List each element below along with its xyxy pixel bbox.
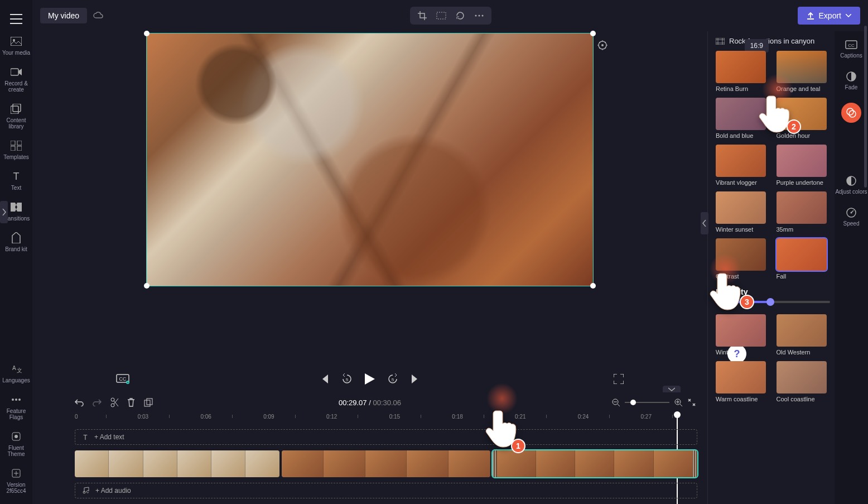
resize-handle-bl[interactable] [144, 283, 150, 289]
nav-label: Fluent Theme [0, 445, 32, 457]
tool-adjust-colors[interactable]: Adjust colors [835, 175, 867, 195]
svg-rect-8 [17, 146, 22, 151]
timeline-ruler[interactable]: 00:030:060:090:120:150:180:210:240:27 [75, 414, 697, 426]
filter-ot[interactable]: Orange and teal [777, 51, 831, 92]
more-icon[interactable] [474, 10, 485, 21]
filter-cc[interactable]: Cool coastline [777, 361, 831, 402]
video-clip-2[interactable] [282, 450, 490, 477]
zoom-in-icon[interactable] [674, 398, 683, 407]
filter-fall[interactable]: Fall [777, 238, 831, 280]
zoom-slider[interactable] [625, 402, 669, 403]
filter-gh[interactable]: Golden hour [777, 98, 831, 139]
zoom-fit-icon[interactable] [687, 398, 696, 407]
filter-con[interactable]: Contrast [716, 238, 770, 280]
export-button[interactable]: Export [798, 7, 860, 25]
svg-text:5: 5 [392, 377, 394, 382]
cloud-sync-icon[interactable] [93, 11, 104, 20]
tool-label: Speed [843, 220, 860, 227]
filter-ow[interactable]: Old Western [777, 314, 831, 356]
library-icon [10, 103, 22, 115]
nav-text[interactable]: T Text [10, 170, 22, 191]
resize-handle-br[interactable] [590, 283, 596, 289]
fit-icon[interactable] [436, 10, 447, 21]
filter-f35[interactable]: 35mm [777, 191, 831, 233]
svg-rect-5 [11, 141, 15, 145]
forward-5-icon[interactable]: 5 [387, 373, 398, 385]
record-icon [10, 66, 22, 78]
filter-retina[interactable]: Retina Burn [716, 51, 770, 92]
filter-pu[interactable]: Purple undertone [777, 145, 831, 186]
clip-trim-left[interactable] [493, 450, 497, 477]
clip-trim-right[interactable] [693, 450, 697, 477]
nav-label: Feature Flags [0, 408, 32, 420]
languages-icon: A文 [10, 363, 22, 375]
svg-rect-37 [716, 38, 725, 45]
nav-languages[interactable]: A文 Languages [2, 363, 30, 383]
nav-brand-kit[interactable]: Brand kit [5, 232, 27, 252]
svg-rect-7 [11, 146, 15, 151]
nav-your-media[interactable]: Your media [2, 35, 30, 56]
nav-content-library[interactable]: Content library [0, 103, 32, 129]
nav-record-create[interactable]: Record & create [0, 66, 32, 93]
tool-fade[interactable]: Fade [845, 71, 858, 90]
preview-settings-icon[interactable] [597, 40, 607, 50]
undo-icon[interactable] [75, 399, 84, 406]
svg-point-21 [481, 15, 483, 17]
tool-filters-selected[interactable] [841, 103, 861, 123]
filter-bb[interactable]: Bold and blue [716, 98, 770, 139]
ruler-tick: 0:12 [326, 414, 337, 420]
ruler-tick: 0:06 [200, 414, 211, 420]
svg-point-20 [478, 15, 480, 17]
intensity-slider[interactable] [716, 301, 830, 303]
text-track-placeholder[interactable]: T + Add text [75, 429, 697, 445]
hamburger-menu[interactable] [10, 14, 22, 24]
split-icon[interactable] [110, 397, 118, 407]
filter-ws[interactable]: Winter sunset [716, 191, 770, 233]
video-clip-1[interactable] [75, 450, 279, 477]
filter-label: Winter sunset [716, 226, 766, 233]
expand-right-chevron[interactable] [701, 212, 708, 234]
project-name[interactable]: My video [40, 8, 87, 23]
rotate-icon[interactable] [455, 10, 466, 21]
tool-captions[interactable]: CC Captions [840, 40, 862, 59]
filter-label: Old Western [777, 349, 827, 356]
video-clip-3-selected[interactable] [493, 450, 697, 477]
svg-point-16 [15, 435, 18, 438]
audio-track-placeholder[interactable]: + Add audio [75, 483, 697, 498]
nav-feature-flags[interactable]: Feature Flags [0, 393, 32, 420]
filter-wc[interactable]: Warm coastline [716, 361, 770, 402]
tool-speed[interactable]: Speed [843, 207, 860, 227]
delete-icon[interactable] [127, 398, 135, 407]
preview-frame[interactable] [147, 33, 593, 286]
skip-back-icon[interactable] [320, 375, 329, 383]
expand-left-chevron[interactable] [0, 201, 8, 223]
fullscreen-icon[interactable] [614, 374, 624, 384]
nav-version[interactable]: Version 2f65cc4 [0, 467, 32, 494]
skip-forward-icon[interactable] [411, 375, 419, 383]
zoom-out-icon[interactable] [611, 398, 620, 407]
resize-handle-tl[interactable] [144, 31, 150, 36]
crop-icon[interactable] [417, 10, 428, 21]
filter-vv[interactable]: Vibrant vlogger [716, 145, 770, 186]
play-icon[interactable] [365, 373, 375, 385]
help-button[interactable]: ? [727, 344, 746, 363]
nav-label: Brand kit [5, 246, 27, 252]
captions-toggle-icon[interactable]: CC+ [116, 374, 129, 384]
rewind-5-icon[interactable]: 5 [341, 373, 353, 385]
svg-text:CC: CC [848, 43, 855, 48]
svg-rect-32 [144, 400, 150, 406]
filter-thumb [777, 314, 827, 347]
svg-rect-18 [437, 12, 446, 19]
duplicate-icon[interactable] [144, 398, 153, 407]
media-icon [10, 35, 22, 47]
svg-rect-6 [17, 141, 22, 145]
filters-icon [846, 107, 857, 118]
filter-label: Bold and blue [716, 132, 766, 139]
video-track[interactable] [75, 450, 697, 477]
preview-canvas [147, 33, 593, 286]
filter-thumb [716, 191, 766, 224]
nav-templates[interactable]: Templates [3, 140, 29, 160]
nav-fluent-theme[interactable]: Fluent Theme [0, 430, 32, 457]
resize-handle-tr[interactable] [590, 31, 596, 36]
redo-icon[interactable] [93, 399, 102, 406]
